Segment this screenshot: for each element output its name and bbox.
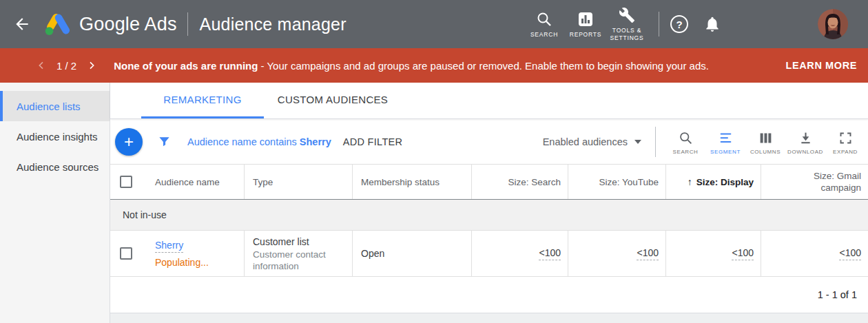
nav-tools-label-line2: SETTINGS <box>610 34 644 41</box>
tool-expand-button[interactable]: EXPAND <box>825 128 865 155</box>
expand-icon <box>838 131 853 145</box>
wrench-icon <box>619 7 635 23</box>
audience-view-dropdown[interactable]: Enabled audiences <box>543 136 641 147</box>
product-name: Google Ads <box>79 14 177 35</box>
content-area: Audience lists Audience insights Audienc… <box>0 83 868 323</box>
tool-segment-label: SEGMENT <box>710 149 741 155</box>
topbar-divider <box>187 12 188 36</box>
row-audience-name-cell: Sherry Populating... <box>155 231 245 276</box>
segment-icon <box>719 131 733 145</box>
topbar-actions-divider <box>659 12 659 37</box>
search-icon <box>679 131 693 145</box>
banner-next-icon[interactable] <box>86 60 97 71</box>
main-panel: REMARKETING CUSTOM AUDIENCES + Audience … <box>110 83 868 323</box>
filter-chip-prefix: Audience name contains <box>187 136 300 147</box>
google-ads-logo-icon[interactable] <box>44 12 70 36</box>
topbar-actions: SEARCH REPORTS TOOLS & SETTINGS ? <box>524 7 868 41</box>
tab-remarketing[interactable]: REMARKETING <box>141 83 264 118</box>
tool-segment-button[interactable]: SEGMENT <box>705 128 745 155</box>
tool-search-button[interactable]: SEARCH <box>665 128 705 155</box>
search-icon <box>536 11 552 28</box>
banner-prev-icon[interactable] <box>36 60 47 71</box>
header-size-display[interactable]: ↑Size: Display <box>666 165 761 199</box>
tool-download-button[interactable]: DOWNLOAD <box>785 128 825 155</box>
row-checkbox[interactable] <box>120 247 132 260</box>
columns-icon <box>758 131 773 145</box>
table-header-row: Audience name Type Membership status Siz… <box>110 164 868 200</box>
notification-banner: 1 / 2 None of your ads are running - You… <box>0 48 868 83</box>
back-arrow-icon <box>13 15 31 33</box>
topbar: Google Ads Audience manager SEARCH REPOR… <box>0 0 868 48</box>
add-audience-button[interactable]: + <box>115 128 143 156</box>
bar-chart-icon <box>577 11 594 28</box>
learn-more-button[interactable]: LEARN MORE <box>786 60 857 71</box>
filter-funnel-icon[interactable] <box>158 135 171 148</box>
account-avatar[interactable] <box>818 9 848 39</box>
banner-message-title: None of your ads are running <box>114 60 258 72</box>
nav-search[interactable]: SEARCH <box>524 11 565 38</box>
tool-columns-button[interactable]: COLUMNS <box>745 128 785 155</box>
populating-status: Populating... <box>155 256 209 269</box>
header-checkbox-cell <box>110 165 155 199</box>
nav-reports[interactable]: REPORTS <box>565 11 606 38</box>
size-search-value[interactable]: <100 <box>539 247 561 260</box>
header-size-gmail-label: Size: Gmail campaign <box>798 170 861 194</box>
tool-search-label: SEARCH <box>673 149 699 155</box>
header-audience-name[interactable]: Audience name <box>155 165 245 199</box>
row-type-cell: Customer list Customer contact informati… <box>245 231 353 276</box>
pagination-range: 1 - 1 of 1 <box>818 289 857 300</box>
row-size-gmail-cell: <100 <box>761 231 868 276</box>
notifications-bell-icon[interactable] <box>703 15 721 33</box>
sidebar-item-audience-lists[interactable]: Audience lists <box>0 91 110 121</box>
header-size-display-label: Size: Display <box>696 177 754 187</box>
header-size-gmail[interactable]: Size: Gmail campaign <box>761 165 868 199</box>
group-row-not-in-use: Not in-use <box>110 200 868 231</box>
row-membership-cell: Open <box>353 231 472 276</box>
tab-custom-audiences[interactable]: CUSTOM AUDIENCES <box>264 83 402 118</box>
google-ads-app: Google Ads Audience manager SEARCH REPOR… <box>0 0 868 323</box>
sort-ascending-icon: ↑ <box>688 176 692 187</box>
filter-toolbar: + Audience name contains Sherry ADD FILT… <box>110 119 868 164</box>
pagination-bar: 1 - 1 of 1 <box>110 277 868 313</box>
tool-download-label: DOWNLOAD <box>787 149 823 155</box>
row-size-search-cell: <100 <box>472 231 568 276</box>
banner-message-body: - Your campaigns and ad groups are pause… <box>258 60 709 72</box>
select-all-checkbox[interactable] <box>120 176 132 188</box>
sidebar-item-audience-sources[interactable]: Audience sources <box>0 152 110 182</box>
size-gmail-value[interactable]: <100 <box>839 247 861 260</box>
size-youtube-value[interactable]: <100 <box>637 247 659 260</box>
tool-columns-label: COLUMNS <box>750 149 781 155</box>
audience-view-label: Enabled audiences <box>543 136 628 147</box>
banner-pager: 1 / 2 <box>56 60 76 72</box>
toolbar-divider <box>655 127 656 157</box>
nav-search-label: SEARCH <box>530 31 558 38</box>
table-tools: SEARCH SEGMENT COLUMNS <box>665 128 865 155</box>
header-membership-status[interactable]: Membership status <box>353 165 472 199</box>
audience-name-link[interactable]: Sherry <box>155 239 183 253</box>
add-filter-button[interactable]: ADD FILTER <box>343 136 403 147</box>
applied-filter-chip[interactable]: Audience name contains Sherry <box>187 136 331 147</box>
table-row: Sherry Populating... Customer list Custo… <box>110 231 868 277</box>
type-detail: Customer contact information <box>253 249 344 272</box>
nav-reports-label: REPORTS <box>570 31 602 38</box>
header-size-search[interactable]: Size: Search <box>472 165 568 199</box>
back-button[interactable] <box>12 14 32 34</box>
page-title: Audience manager <box>200 14 347 34</box>
banner-message: None of your ads are running - Your camp… <box>114 60 709 72</box>
chevron-down-icon <box>634 140 641 144</box>
header-type[interactable]: Type <box>245 165 353 199</box>
row-size-display-cell: <100 <box>666 231 761 276</box>
sidebar-item-audience-insights[interactable]: Audience insights <box>0 121 110 152</box>
nav-tools-label-line1: TOOLS & <box>612 27 641 34</box>
nav-tools-settings[interactable]: TOOLS & SETTINGS <box>606 7 648 41</box>
header-size-youtube[interactable]: Size: YouTube <box>568 165 666 199</box>
filter-chip-value: Sherry <box>300 136 331 147</box>
tab-bar: REMARKETING CUSTOM AUDIENCES <box>110 83 868 119</box>
type-value: Customer list <box>253 236 309 249</box>
size-display-value[interactable]: <100 <box>732 247 754 260</box>
tool-expand-label: EXPAND <box>833 149 858 155</box>
help-icon[interactable]: ? <box>670 15 688 33</box>
row-size-youtube-cell: <100 <box>568 231 666 276</box>
download-icon <box>798 131 813 145</box>
sidebar: Audience lists Audience insights Audienc… <box>0 83 110 323</box>
